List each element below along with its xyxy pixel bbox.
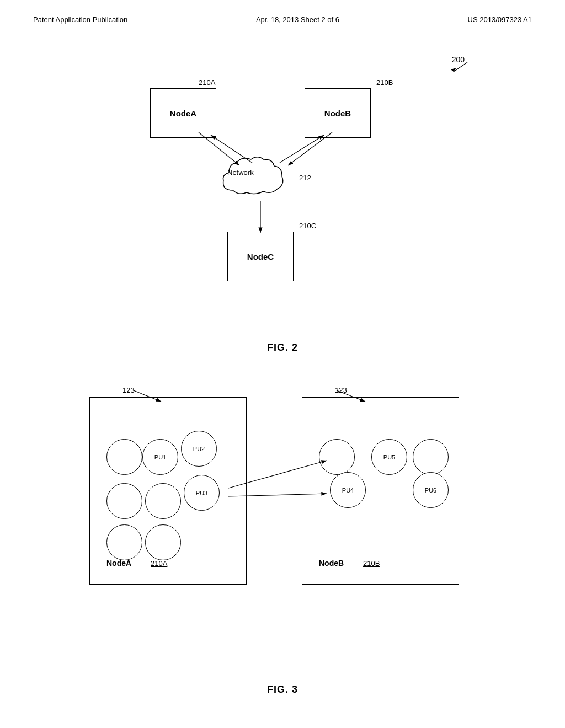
pu-empty-4	[106, 524, 142, 560]
nodeC-ref: 210C	[299, 222, 316, 230]
pu-empty-2	[106, 483, 142, 519]
fig2-caption: FIG. 2	[267, 342, 298, 354]
nodeA3-label: NodeA	[106, 559, 131, 568]
nodeC-label: NodeC	[247, 252, 274, 261]
pu-empty-1	[106, 439, 142, 475]
pu-empty-5	[145, 524, 181, 560]
header-right: US 2013/097323 A1	[468, 15, 532, 24]
fig2-diagram: 200 NodeA 210A NodeB 210B NodeC 210C Net…	[117, 55, 448, 331]
nodeC-box: NodeC	[227, 232, 294, 281]
pu3-circle: PU3	[184, 475, 220, 511]
svg-marker-1	[451, 68, 456, 72]
nodeB-ref: 210B	[376, 78, 393, 87]
nodeB-box: NodeB	[305, 88, 371, 138]
pu4-circle: PU4	[330, 472, 366, 508]
nodeA3-box: PU1 PU2 PU3 NodeA 210A	[89, 397, 247, 585]
network-cloud-svg	[219, 152, 291, 201]
pu1-circle: PU1	[142, 439, 178, 475]
fig3-diagram: PU1 PU2 PU3 NodeA 210A PU5 PU4 PU6 NodeB…	[89, 381, 476, 656]
page-header: Patent Application Publication Apr. 18, …	[0, 0, 565, 24]
nodeA3-ref: 210A	[151, 559, 167, 568]
ref-123-nodeA: 123	[122, 386, 135, 394]
nodeB3-ref: 210B	[363, 559, 380, 568]
svg-line-0	[454, 62, 467, 72]
nodeA-ref: 210A	[199, 78, 215, 87]
header-left: Patent Application Publication	[33, 15, 127, 24]
pu2-circle: PU2	[181, 431, 217, 467]
pu-empty-3	[145, 483, 181, 519]
nodeA-box: NodeA	[150, 88, 216, 138]
puB-empty-2	[413, 439, 449, 475]
network-label: Network	[227, 168, 254, 176]
nodeA-label: NodeA	[170, 109, 196, 118]
ref-123-nodeB: 123	[335, 386, 347, 394]
fig3-caption: FIG. 3	[267, 684, 298, 695]
nodeB-label: NodeB	[324, 109, 351, 118]
nodeB3-label: NodeB	[319, 559, 344, 568]
pu5-circle: PU5	[371, 439, 407, 475]
pu6-circle: PU6	[413, 472, 449, 508]
header-center: Apr. 18, 2013 Sheet 2 of 6	[256, 15, 339, 24]
ref-200-arrow-svg	[445, 60, 473, 76]
nodeB3-box: PU5 PU4 PU6 NodeB 210B	[302, 397, 459, 585]
network-ref: 212	[299, 174, 311, 182]
puB-empty-1	[319, 439, 355, 475]
